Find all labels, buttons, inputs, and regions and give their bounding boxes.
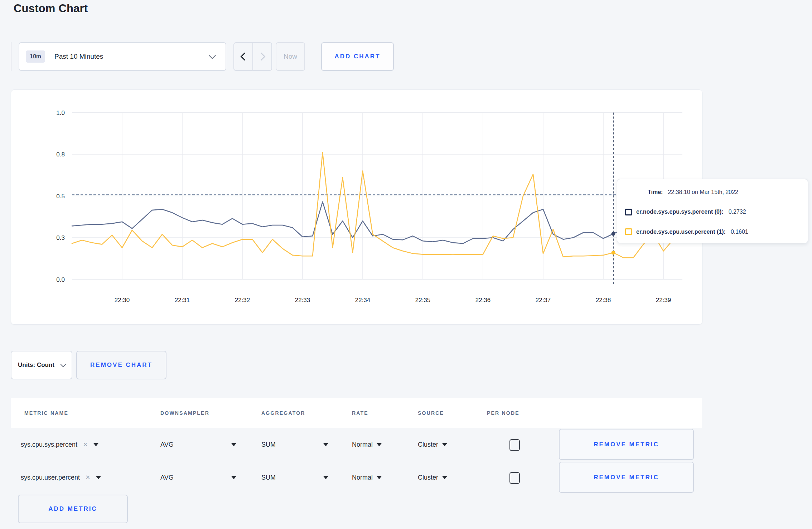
add-metric-button[interactable]: ADD METRIC	[18, 495, 128, 523]
metric-row: sys.cpu.sys.percentAVGSUMNormalClusterRE…	[11, 428, 702, 461]
cell-value: AVG	[160, 474, 174, 481]
time-range-badge: 10m	[26, 50, 45, 63]
aggregator-select[interactable]: SUM	[261, 461, 328, 494]
caret-down-icon[interactable]	[442, 476, 447, 479]
per-node-checkbox[interactable]	[509, 472, 520, 484]
series-line	[72, 202, 673, 244]
tooltip-series-row: cr.node.sys.cpu.sys.percent (0):0.2732	[625, 209, 799, 215]
source-select[interactable]: Cluster	[418, 461, 447, 494]
downsampler-select[interactable]: AVG	[160, 428, 236, 461]
caret-down-icon[interactable]	[231, 443, 236, 446]
x-tick-label: 22:31	[175, 297, 190, 304]
caret-down-icon[interactable]	[442, 443, 447, 446]
y-tick-label: 1.0	[56, 110, 65, 116]
timeseries-chart[interactable]: 0.00.30.50.81.022:3022:3122:3222:3322:34…	[11, 90, 702, 324]
y-tick-label: 0.5	[56, 193, 65, 200]
metrics-table-header: METRIC NAMEDOWNSAMPLERAGGREGATORRATESOUR…	[11, 398, 702, 428]
x-tick-label: 22:36	[475, 297, 491, 304]
x-tick-label: 22:32	[235, 297, 250, 304]
prev-time-button[interactable]	[234, 43, 253, 70]
remove-metric-button[interactable]: REMOVE METRIC	[559, 462, 694, 493]
chevron-left-icon	[240, 53, 248, 61]
rate-select[interactable]: Normal	[352, 428, 382, 461]
caret-down-icon[interactable]	[377, 443, 382, 446]
tooltip-time-value: 22:38:10 on Mar 15th, 2022	[668, 189, 738, 195]
chevron-down-icon	[209, 52, 216, 59]
cell-value: AVG	[160, 441, 174, 448]
tooltip-series-name: cr.node.sys.cpu.user.percent (1):	[636, 229, 726, 235]
tooltip-time-label: Time:	[648, 189, 663, 195]
time-pager	[233, 42, 272, 71]
page-title: Custom Chart	[14, 2, 88, 15]
y-tick-label: 0.0	[56, 276, 65, 283]
time-range-label: Past 10 Minutes	[54, 53, 103, 60]
caret-down-icon[interactable]	[323, 443, 328, 446]
chart-panel: 0.00.30.50.81.022:3022:3122:3222:3322:34…	[11, 89, 702, 325]
cell-value: SUM	[261, 441, 276, 448]
remove-chart-button[interactable]: REMOVE CHART	[76, 351, 166, 379]
downsampler-select[interactable]: AVG	[160, 461, 236, 494]
toolbar-divider	[11, 42, 11, 71]
tooltip-series-name: cr.node.sys.cpu.sys.percent (0):	[636, 209, 724, 215]
hover-point-dot	[612, 232, 615, 236]
metric-name-select[interactable]: sys.cpu.user.percent	[21, 461, 101, 494]
chart-gridlines	[72, 113, 682, 280]
column-header: AGGREGATOR	[261, 398, 305, 428]
caret-down-icon[interactable]	[377, 476, 382, 479]
cell-value: SUM	[261, 474, 276, 481]
next-time-button[interactable]	[253, 43, 271, 70]
column-header: SOURCE	[418, 398, 444, 428]
column-header: PER NODE	[487, 398, 519, 428]
units-select[interactable]: Units: Count	[11, 351, 72, 379]
caret-down-icon[interactable]	[96, 476, 101, 479]
per-node-checkbox[interactable]	[509, 439, 520, 451]
clear-metric-icon[interactable]	[83, 441, 88, 448]
caret-down-icon[interactable]	[323, 476, 328, 479]
series-swatch-icon	[625, 209, 632, 215]
chart-tooltip: Time: 22:38:10 on Mar 15th, 2022 cr.node…	[617, 179, 808, 243]
cell-value: Normal	[352, 474, 373, 481]
now-button[interactable]: Now	[276, 42, 305, 71]
add-chart-button[interactable]: ADD CHART	[321, 42, 394, 71]
chevron-down-icon	[61, 361, 66, 367]
chevron-right-icon	[257, 53, 265, 61]
caret-down-icon[interactable]	[231, 476, 236, 479]
x-tick-label: 22:30	[115, 297, 130, 304]
source-select[interactable]: Cluster	[418, 428, 447, 461]
tooltip-series-row: cr.node.sys.cpu.user.percent (1):0.1601	[625, 228, 799, 235]
series-swatch-icon	[625, 228, 632, 235]
series-line	[72, 152, 673, 258]
x-tick-label: 22:39	[656, 297, 671, 304]
cell-value: sys.cpu.sys.percent	[21, 441, 77, 448]
x-tick-label: 22:33	[295, 297, 310, 304]
x-tick-label: 22:37	[536, 297, 551, 304]
caret-down-icon[interactable]	[93, 443, 98, 446]
metric-row: sys.cpu.user.percentAVGSUMNormalClusterR…	[11, 461, 702, 494]
y-tick-label: 0.8	[56, 151, 65, 158]
x-tick-label: 22:34	[355, 297, 371, 304]
aggregator-select[interactable]: SUM	[261, 428, 328, 461]
cell-value: sys.cpu.user.percent	[21, 474, 80, 481]
tooltip-series-value: 0.2732	[729, 209, 746, 215]
time-range-select[interactable]: 10m Past 10 Minutes	[19, 42, 226, 71]
remove-metric-button[interactable]: REMOVE METRIC	[559, 429, 694, 460]
units-select-label: Units: Count	[18, 361, 54, 369]
hover-point-dot	[612, 251, 615, 254]
tooltip-series-value: 0.1601	[731, 229, 748, 235]
custom-chart-page: Custom Chart 10m Past 10 Minutes Now ADD…	[0, 0, 812, 529]
y-tick-label: 0.3	[56, 234, 65, 241]
cell-value: Cluster	[418, 474, 438, 481]
cell-value: Normal	[352, 441, 373, 448]
column-header: METRIC NAME	[24, 398, 68, 428]
clear-metric-icon[interactable]	[86, 474, 90, 481]
rate-select[interactable]: Normal	[352, 461, 382, 494]
column-header: RATE	[352, 398, 368, 428]
x-tick-label: 22:38	[596, 297, 611, 304]
x-tick-label: 22:35	[415, 297, 431, 304]
tooltip-time-row: Time: 22:38:10 on Mar 15th, 2022	[625, 189, 799, 195]
metric-name-select[interactable]: sys.cpu.sys.percent	[21, 428, 98, 461]
column-header: DOWNSAMPLER	[160, 398, 209, 428]
cell-value: Cluster	[418, 441, 438, 448]
